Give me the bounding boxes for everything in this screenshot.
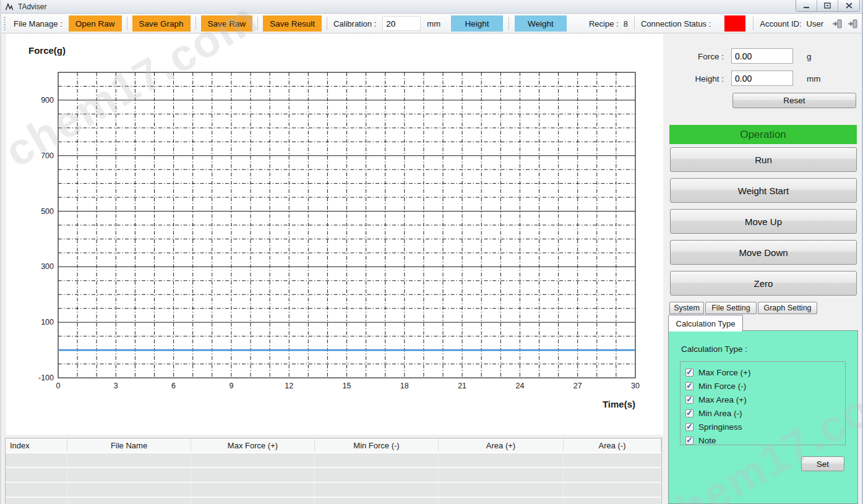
toolbar-separator [634,17,635,30]
logout-icon[interactable] [848,19,858,29]
height-unit-label: mm [807,74,821,83]
svg-text:500: 500 [41,207,54,216]
calculation-option[interactable]: Max Force (+) [685,365,840,379]
svg-text:24: 24 [515,382,524,390]
toolbar-separator [195,17,196,30]
svg-text:100: 100 [41,318,54,327]
file-action-button[interactable]: Save Raw [201,15,253,32]
svg-text:900: 900 [41,96,54,105]
toolbar-separator [753,17,754,30]
mode-button[interactable]: Height [451,15,503,32]
calculation-option-label: Note [698,436,716,445]
svg-text:700: 700 [41,152,54,160]
tab-system[interactable]: System [669,302,704,314]
calculation-option[interactable]: Max Area (+) [685,393,840,406]
svg-text:300: 300 [41,262,54,271]
results-table: IndexFile NameMax Force (+)Min Force (-)… [5,438,662,504]
force-time-chart: 900700500300100-100036912151821242730 [6,34,663,435]
toolbar-separator [327,17,327,30]
svg-text:21: 21 [458,382,466,390]
table-row[interactable] [6,468,661,483]
checkbox-checked-icon[interactable] [685,396,693,404]
checkbox-checked-icon[interactable] [685,382,693,390]
minimize-button[interactable] [796,0,817,11]
file-manage-label: File Manage : [14,19,62,28]
calibration-label: Calibration : [333,19,376,28]
calculation-option[interactable]: Min Area (-) [685,406,840,420]
toolbar-grip[interactable] [4,17,6,30]
svg-text:3: 3 [114,382,118,390]
calculation-option-label: Springiness [698,422,742,432]
mode-button[interactable]: Weight [515,15,567,32]
chart-panel: Force(g) 900700500300100-100036912151821… [6,34,663,435]
tab-file-setting[interactable]: File Setting [705,302,757,314]
operation-header[interactable]: Operation [669,125,857,144]
results-table-header: IndexFile NameMax Force (+)Min Force (-)… [6,438,661,453]
calculation-options-listbox: Max Force (+) Min Force (-) Max Area (+)… [680,361,846,445]
operation-button[interactable]: Run [670,147,857,172]
operation-button[interactable]: Move Up [670,209,857,234]
svg-text:15: 15 [343,382,351,390]
tab-calculation-type[interactable]: Calculation Type [668,315,743,331]
height-readout-label: Height : [672,74,724,83]
svg-text:18: 18 [400,382,409,390]
column-header[interactable]: Index [6,438,67,452]
calculation-option-label: Min Force (-) [698,382,746,391]
calculation-option[interactable]: Note [685,434,840,447]
calculation-panel: Calculation Type : Max Force (+) Min For… [668,330,858,504]
calculation-option-label: Min Area (-) [698,409,742,418]
file-action-button[interactable]: Open Raw [69,15,122,32]
checkbox-checked-icon[interactable] [685,409,693,417]
svg-text:12: 12 [285,382,293,390]
calibration-unit-label: mm [427,19,440,28]
window-title: TAdviser [18,2,46,11]
column-header[interactable]: Area (+) [439,438,564,452]
file-action-button[interactable]: Save Result [263,15,322,32]
svg-text:6: 6 [171,382,176,390]
table-row[interactable] [6,483,661,498]
account-id-value: User [807,19,823,28]
recipe-label: Recipe : [589,19,619,28]
operation-button[interactable]: Weight Start [670,178,857,203]
checkbox-checked-icon[interactable] [685,369,693,377]
connection-status-indicator [724,15,745,32]
table-row[interactable] [6,498,661,504]
calculation-option[interactable]: Min Force (-) [685,379,840,393]
app-logo-icon [5,2,15,12]
toolbar-right-group: Recipe : 8 Connection Status : Account I… [585,15,858,32]
toolbar-separator [127,17,127,30]
reset-button[interactable]: Reset [732,93,856,108]
svg-text:9: 9 [229,382,233,390]
results-table-body [6,453,661,504]
toolbar-separator [509,17,509,30]
chart-x-axis-title: Time(s) [603,399,635,409]
title-bar: TAdviser [1,0,862,14]
mode-button-group: HeightWeight [448,15,570,32]
set-button[interactable]: Set [801,456,844,471]
toolbar-separator [257,17,258,30]
column-header[interactable]: Min Force (-) [315,438,439,452]
tab-graph-setting[interactable]: Graph Setting [758,302,817,314]
table-row[interactable] [6,453,661,468]
column-header[interactable]: File Name [67,438,191,452]
login-icon[interactable] [832,19,843,29]
force-readout-input[interactable] [731,48,793,64]
close-button[interactable] [838,0,859,11]
operation-button[interactable]: Move Down [670,240,857,265]
toolbar: File Manage : Open RawSave GraphSave Raw… [1,14,862,33]
maximize-button[interactable] [817,0,838,11]
svg-text:30: 30 [631,382,640,390]
file-action-button[interactable]: Save Graph [132,15,191,32]
operation-button[interactable]: Zero [670,271,857,296]
svg-text:0: 0 [56,382,61,390]
column-header[interactable]: Area (-) [564,438,661,452]
column-header[interactable]: Max Force (+) [191,438,315,452]
height-readout-input[interactable] [731,70,793,86]
checkbox-checked-icon[interactable] [685,437,693,445]
calibration-input[interactable] [382,16,421,31]
calculation-option[interactable]: Springiness [685,420,840,434]
checkbox-checked-icon[interactable] [685,423,693,431]
calculation-option-label: Max Force (+) [698,368,750,377]
connection-status-label: Connection Status : [641,19,711,28]
window-controls [796,0,860,12]
